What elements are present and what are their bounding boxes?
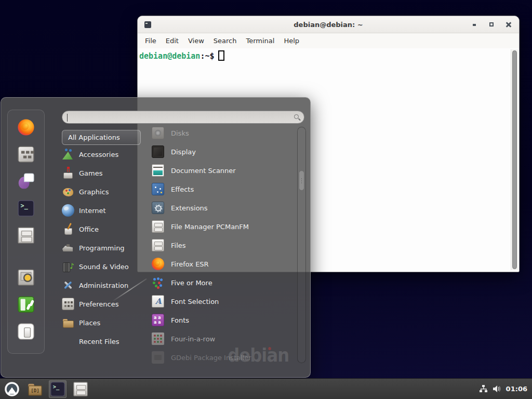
- category-recent-files[interactable]: Recent Files: [62, 332, 141, 351]
- favorite-firefox[interactable]: [16, 117, 36, 138]
- terminal-scrollbar-thumb[interactable]: [512, 50, 517, 269]
- app-disks[interactable]: Disks: [152, 124, 297, 142]
- graphics-icon: [62, 185, 74, 198]
- favorite-terminal[interactable]: [16, 198, 36, 219]
- app-label: Four-in-a-row: [171, 335, 215, 343]
- volume-icon[interactable]: [493, 385, 501, 393]
- terminal-window-icon: [144, 21, 151, 28]
- files-folder-launcher[interactable]: [26, 380, 44, 398]
- terminal-scrollbar[interactable]: [511, 49, 518, 270]
- menu-edit[interactable]: Edit: [161, 35, 183, 47]
- app-files[interactable]: Files: [152, 236, 297, 255]
- internet-icon: [62, 204, 74, 217]
- category-label: Places: [79, 319, 100, 327]
- menu-button[interactable]: [3, 380, 21, 398]
- category-label: Recent Files: [79, 338, 119, 345]
- app-effects[interactable]: Effects: [152, 180, 297, 198]
- app-label: Five or More: [171, 279, 212, 287]
- minimize-icon[interactable]: [471, 21, 478, 28]
- programming-icon: [62, 242, 74, 254]
- terminal-cursor: [218, 50, 224, 61]
- favorite-pidgin[interactable]: [16, 171, 36, 192]
- category-preferences[interactable]: Preferences: [62, 295, 141, 313]
- shutdown-button[interactable]: [16, 321, 36, 342]
- category-label: Sound & Video: [79, 263, 129, 271]
- text-caret: [67, 114, 68, 122]
- clock[interactable]: 01:06: [506, 385, 527, 393]
- app-extensions[interactable]: Extensions: [152, 198, 297, 217]
- app-document-scanner[interactable]: Document Scanner: [152, 161, 297, 180]
- apps-scrollbar-thumb[interactable]: [299, 170, 304, 191]
- folder-icon: [28, 382, 42, 396]
- menu-help[interactable]: Help: [279, 35, 304, 47]
- maximize-icon[interactable]: [488, 21, 495, 28]
- search-box: [62, 111, 304, 124]
- logout-icon: [18, 296, 34, 312]
- search-input[interactable]: [62, 111, 304, 123]
- app-label: Files: [171, 242, 186, 249]
- terminal-window-button[interactable]: [49, 380, 66, 398]
- category-label: Preferences: [79, 300, 118, 308]
- menu-logo-icon: [5, 382, 19, 396]
- display-icon: [152, 145, 164, 158]
- network-icon[interactable]: [479, 385, 488, 393]
- favorite-file-manager[interactable]: [16, 225, 36, 246]
- app-fonts[interactable]: Fonts: [152, 311, 297, 329]
- desktop: debian@debian: ~ File Edit View Search T…: [0, 0, 532, 399]
- lock-screen-button[interactable]: [16, 267, 36, 288]
- shutdown-icon: [18, 323, 34, 339]
- category-label: Programming: [79, 244, 125, 252]
- favorite-software[interactable]: [16, 144, 36, 165]
- file-manager-launcher[interactable]: [72, 380, 89, 398]
- category-games[interactable]: Games: [62, 164, 141, 182]
- five-or-more-icon: [152, 276, 164, 289]
- menu-terminal[interactable]: Terminal: [241, 35, 279, 47]
- app-label: Font Selection: [171, 298, 219, 305]
- logout-button[interactable]: [16, 294, 36, 315]
- category-label: Administration: [79, 282, 128, 289]
- games-icon: [62, 167, 74, 179]
- terminal-titlebar[interactable]: debian@debian: ~: [138, 16, 519, 33]
- category-accessories[interactable]: Accessories: [62, 145, 141, 164]
- menu-file[interactable]: File: [140, 35, 161, 47]
- effects-icon: [152, 183, 164, 195]
- favorites-column: [7, 110, 45, 354]
- sound-video-icon: [62, 260, 74, 273]
- app-display[interactable]: Display: [152, 142, 297, 161]
- category-places[interactable]: Places: [62, 313, 141, 332]
- apps-scrollbar[interactable]: [297, 127, 306, 363]
- category-office[interactable]: Office: [62, 220, 141, 238]
- category-administration[interactable]: Administration: [62, 276, 141, 295]
- app-label: Fonts: [171, 316, 189, 324]
- pidgin-icon: [18, 173, 34, 189]
- taskbar: 01:06: [0, 378, 532, 399]
- app-font-selection[interactable]: Font Selection: [152, 292, 297, 311]
- file-manager-icon: [18, 227, 34, 243]
- category-sound-video[interactable]: Sound & Video: [62, 257, 141, 276]
- prompt-user-host: debian@debian: [139, 51, 200, 61]
- shell-prompt: debian@debian:~$: [139, 50, 224, 61]
- firefox-icon: [18, 119, 34, 135]
- category-label: Internet: [79, 207, 106, 215]
- close-icon[interactable]: [505, 21, 512, 28]
- menu-view[interactable]: View: [183, 35, 209, 47]
- app-file-manager-pcmanfm[interactable]: File Manager PCManFM: [152, 217, 297, 236]
- app-label: Extensions: [171, 204, 208, 212]
- category-graphics[interactable]: Graphics: [62, 182, 141, 201]
- debian-dot-icon: [268, 347, 271, 350]
- firefox-icon: [152, 258, 164, 270]
- app-firefox-esr[interactable]: Firefox ESR: [152, 255, 297, 273]
- menu-search[interactable]: Search: [209, 35, 242, 47]
- category-all-applications[interactable]: All Applications: [62, 130, 141, 145]
- category-programming[interactable]: Programming: [62, 238, 141, 257]
- app-five-or-more[interactable]: Five or More: [152, 273, 297, 292]
- extensions-icon: [152, 202, 164, 214]
- category-label: Office: [79, 225, 99, 233]
- category-internet[interactable]: Internet: [62, 201, 141, 220]
- font-selection-icon: [152, 295, 164, 308]
- four-in-a-row-icon: [152, 332, 164, 345]
- files-icon: [152, 239, 164, 251]
- places-icon: [62, 316, 74, 329]
- category-label: All Applications: [68, 134, 120, 141]
- screensaver-icon: [18, 269, 34, 285]
